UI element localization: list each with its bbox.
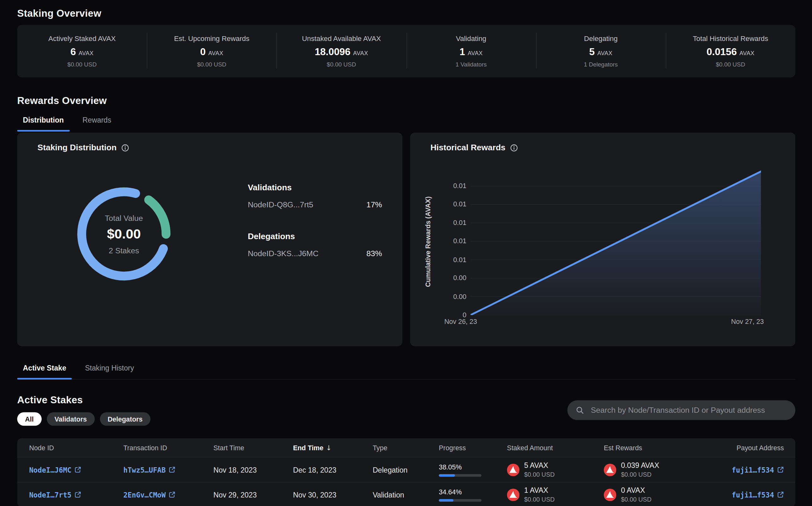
staking-distribution-title: Staking Distribution bbox=[38, 143, 117, 153]
tx-id-cell: hTwz5…UFAB bbox=[123, 466, 213, 474]
col-payout-address[interactable]: Payout Address bbox=[701, 444, 784, 451]
end-time-cell: Nov 30, 2023 bbox=[293, 491, 373, 499]
stat-value: 0 AVAX bbox=[200, 46, 223, 58]
col-progress[interactable]: Progress bbox=[439, 444, 507, 451]
col-node-id[interactable]: Node ID bbox=[29, 444, 123, 451]
stat-card: Delegating 5 AVAX 1 Delegators bbox=[536, 25, 666, 78]
stat-number: 5 bbox=[589, 46, 595, 58]
col-type[interactable]: Type bbox=[373, 444, 439, 451]
page-root: Staking Overview Actively Staked AVAX 6 … bbox=[0, 0, 812, 506]
tab-distribution[interactable]: Distribution bbox=[17, 116, 69, 131]
staking-overview-title: Staking Overview bbox=[17, 7, 795, 20]
stat-number: 18.0096 bbox=[315, 46, 350, 58]
stat-card: Validating 1 AVAX 1 Validators bbox=[406, 25, 536, 78]
search-bar[interactable] bbox=[567, 400, 796, 420]
staking-distribution-title-row: Staking Distribution bbox=[38, 143, 129, 153]
rewards-usd: $0.00 USD bbox=[621, 471, 659, 478]
col-start-time[interactable]: Start Time bbox=[214, 444, 293, 451]
progress-bar bbox=[439, 474, 481, 477]
legend-node-id: NodeID-3KS...J6MC bbox=[248, 249, 318, 258]
start-time-cell: Nov 29, 2023 bbox=[214, 491, 293, 499]
historical-rewards-card: Historical Rewards Cumulative Rewards (A… bbox=[410, 133, 795, 346]
y-tick: 0.01 bbox=[453, 219, 467, 227]
donut-center-text: Total Value $0.00 2 Stakes bbox=[72, 182, 176, 286]
progress-percent: 38.05% bbox=[439, 463, 507, 471]
y-axis-ticks: 0.010.010.010.010.010.000.000 bbox=[429, 182, 467, 320]
stat-unit: AVAX bbox=[208, 50, 223, 56]
external-link-icon bbox=[74, 491, 81, 498]
col-est-rewards[interactable]: Est Rewards bbox=[604, 444, 701, 451]
y-tick: 0.01 bbox=[453, 200, 467, 208]
rewards-overview-title: Rewards Overview bbox=[17, 94, 795, 107]
payout-address-link[interactable]: fuji1…f534 bbox=[732, 491, 784, 499]
type-cell: Delegation bbox=[373, 466, 439, 474]
tab-staking-history[interactable]: Staking History bbox=[79, 364, 140, 379]
col-end-time-sorted[interactable]: End Time ↓ bbox=[293, 444, 373, 451]
tab-active-stake[interactable]: Active Stake bbox=[17, 364, 72, 379]
stat-unit: AVAX bbox=[353, 50, 368, 56]
search-input[interactable] bbox=[590, 405, 787, 415]
progress-cell: 38.05% bbox=[439, 463, 507, 477]
col-transaction-id[interactable]: Transaction ID bbox=[123, 444, 213, 451]
stat-value: 6 AVAX bbox=[70, 46, 93, 58]
progress-percent: 34.64% bbox=[439, 488, 507, 496]
y-tick: 0.00 bbox=[453, 292, 467, 301]
stat-sub: $0.00 USD bbox=[716, 62, 745, 68]
tab-rewards[interactable]: Rewards bbox=[77, 116, 117, 131]
y-tick: 0.01 bbox=[453, 182, 467, 190]
tx-id-link[interactable]: 2EnGv…CMoW bbox=[123, 491, 213, 499]
info-icon[interactable] bbox=[510, 144, 518, 152]
x-tick-end: Nov 27, 23 bbox=[731, 318, 764, 326]
stat-sub: $0.00 USD bbox=[68, 62, 97, 68]
filter-all[interactable]: All bbox=[17, 412, 41, 426]
rewards-avax: 0 AVAX bbox=[621, 486, 652, 494]
y-tick: 0.01 bbox=[453, 237, 467, 245]
filter-delegators[interactable]: Delegators bbox=[100, 412, 150, 426]
node-id-cell: NodeI…7rt5 bbox=[29, 491, 123, 499]
external-link-icon bbox=[777, 466, 784, 473]
staking-dashboard: Staking Overview Actively Staked AVAX 6 … bbox=[0, 0, 812, 506]
stakes-table: Node ID Transaction ID Start Time End Ti… bbox=[17, 438, 795, 506]
stat-label: Total Historical Rewards bbox=[693, 35, 768, 43]
stat-label: Validating bbox=[456, 35, 486, 43]
stat-sub: 1 Validators bbox=[456, 62, 487, 68]
staked-avax: 5 AVAX bbox=[524, 461, 555, 470]
stat-label: Est. Upcoming Rewards bbox=[174, 35, 250, 43]
stat-card: Actively Staked AVAX 6 AVAX $0.00 USD bbox=[17, 25, 147, 78]
rewards-usd: $0.00 USD bbox=[621, 496, 652, 503]
stat-number: 0 bbox=[200, 46, 205, 58]
payout-address-link[interactable]: fuji1…f534 bbox=[732, 466, 784, 474]
legend-percentage: 83% bbox=[366, 249, 382, 258]
staked-avax: 1 AVAX bbox=[524, 486, 555, 494]
stat-number: 1 bbox=[460, 46, 465, 58]
table-row: NodeI…7rt5 2EnGv…CMoW bbox=[17, 482, 795, 506]
col-staked-amount[interactable]: Staked Amount bbox=[507, 444, 604, 451]
stat-unit: AVAX bbox=[739, 50, 755, 56]
stat-unit: AVAX bbox=[598, 50, 613, 56]
legend-percentage: 17% bbox=[366, 200, 382, 209]
staked-usd: $0.00 USD bbox=[524, 496, 555, 503]
legend-item-delegation: NodeID-3KS...J6MC 83% bbox=[248, 249, 382, 258]
tx-id-link[interactable]: hTwz5…UFAB bbox=[123, 466, 213, 474]
legend-validations-heading: Validations bbox=[248, 183, 382, 192]
avax-logo-icon bbox=[604, 488, 616, 501]
node-id-link[interactable]: NodeI…7rt5 bbox=[29, 491, 123, 499]
external-link-icon bbox=[169, 491, 176, 498]
filter-validators[interactable]: Validators bbox=[47, 412, 95, 426]
progress-bar-fill bbox=[439, 499, 454, 501]
stat-value: 1 AVAX bbox=[460, 46, 483, 58]
node-id-link[interactable]: NodeI…J6MC bbox=[29, 466, 123, 474]
stat-sub: $0.00 USD bbox=[197, 62, 226, 68]
stat-unit: AVAX bbox=[468, 50, 483, 56]
est-rewards-cell: 0.039 AVAX $0.00 USD bbox=[604, 461, 701, 478]
historical-rewards-title: Historical Rewards bbox=[430, 143, 506, 153]
stat-value: 0.0156 AVAX bbox=[706, 46, 755, 58]
avax-logo-icon bbox=[507, 488, 520, 501]
avax-logo-icon bbox=[604, 463, 616, 476]
stat-value: 5 AVAX bbox=[589, 46, 612, 58]
info-icon[interactable] bbox=[121, 144, 129, 152]
donut-center-value: $0.00 bbox=[107, 226, 141, 242]
search-icon bbox=[576, 406, 584, 414]
progress-bar bbox=[439, 499, 481, 501]
stat-number: 0.0156 bbox=[706, 46, 737, 58]
